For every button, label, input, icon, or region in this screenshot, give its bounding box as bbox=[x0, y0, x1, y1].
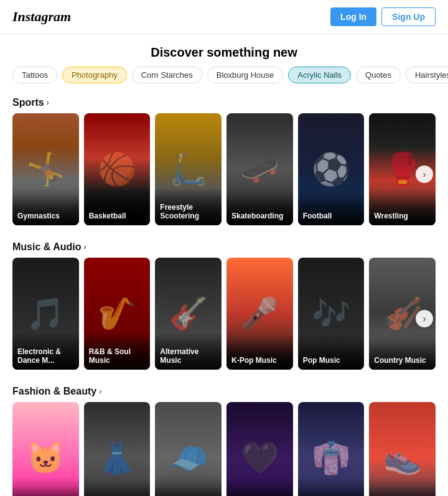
sports-grid-wrapper: 🤸 Gymnastics 🏀 Basketball 🛴 Freestyle Sc… bbox=[0, 113, 448, 235]
sports-scroll-right[interactable]: › bbox=[416, 166, 433, 183]
card-label-country: Country Music bbox=[369, 341, 436, 370]
tag-quotes[interactable]: Quotes bbox=[356, 67, 401, 83]
card-label-fashion-design: Fashion Design bbox=[298, 485, 365, 496]
card-label-gothic: Gothic Fashion bbox=[226, 485, 293, 496]
card-edm[interactable]: 🎵 Electronic & Dance M... bbox=[12, 258, 79, 370]
tag-corn-starches[interactable]: Corn Starches bbox=[132, 67, 202, 83]
signup-button[interactable]: Sign Up bbox=[381, 7, 436, 26]
card-label-sneakers: Sneakers bbox=[369, 485, 436, 496]
section-header-sports: Sports › bbox=[0, 91, 448, 113]
music-scroll-right[interactable]: › bbox=[416, 310, 433, 327]
card-gymnastics[interactable]: 🤸 Gymnastics bbox=[12, 113, 79, 225]
fashion-grid-wrapper: 🐱 Kawaii Style 👗 Casual Fashion 🧢 Street… bbox=[0, 402, 448, 496]
tag-acrylic-nails[interactable]: Acrylic Nails bbox=[288, 67, 351, 83]
card-label-pop: Pop Music bbox=[298, 341, 365, 370]
card-label-wrestling: Wrestling bbox=[369, 197, 436, 225]
card-label-kpop: K-Pop Music bbox=[226, 341, 293, 370]
card-basketball[interactable]: 🏀 Basketball bbox=[84, 113, 151, 225]
section-arrow-music[interactable]: › bbox=[84, 243, 86, 251]
tag-tattoos[interactable]: Tattoos bbox=[12, 67, 57, 83]
card-alternative[interactable]: 🎸 Alternative Music bbox=[155, 258, 222, 370]
section-label-music: Music & Audio bbox=[12, 241, 82, 253]
card-fashion-design[interactable]: 👘 Fashion Design bbox=[298, 402, 365, 496]
tag-photography[interactable]: Photography bbox=[62, 67, 127, 83]
tag-bloxburg-house[interactable]: Bloxburg House bbox=[207, 67, 284, 83]
card-label-kawaii: Kawaii Style bbox=[12, 485, 79, 496]
card-gothic[interactable]: 🖤 Gothic Fashion bbox=[226, 402, 293, 496]
card-kawaii[interactable]: 🐱 Kawaii Style bbox=[12, 402, 79, 496]
card-street[interactable]: 🧢 Street Fashion bbox=[155, 402, 222, 496]
card-label-basketball: Basketball bbox=[84, 197, 151, 225]
card-sneakers[interactable]: 👟 Sneakers bbox=[369, 402, 436, 496]
fashion-grid: 🐱 Kawaii Style 👗 Casual Fashion 🧢 Street… bbox=[0, 402, 448, 496]
tag-hairstyles[interactable]: Hairstyles bbox=[406, 67, 448, 83]
card-casual[interactable]: 👗 Casual Fashion bbox=[84, 402, 151, 496]
section-header-fashion: Fashion & Beauty › bbox=[0, 380, 448, 402]
card-skateboarding[interactable]: 🛹 Skateboarding bbox=[226, 113, 293, 225]
card-pop[interactable]: 🎶 Pop Music bbox=[298, 258, 365, 370]
card-label-gymnastics: Gymnastics bbox=[12, 197, 79, 225]
card-football[interactable]: ⚽ Football bbox=[298, 113, 365, 225]
card-label-alternative: Alternative Music bbox=[155, 332, 222, 370]
card-label-freestyle: Freestyle Scootering bbox=[155, 188, 222, 225]
music-grid: 🎵 Electronic & Dance M... 🎷 R&B & Soul M… bbox=[0, 258, 448, 380]
card-label-rnb: R&B & Soul Music bbox=[84, 332, 151, 370]
card-freestyle-scootering[interactable]: 🛴 Freestyle Scootering bbox=[155, 113, 222, 225]
section-header-music: Music & Audio › bbox=[0, 235, 448, 258]
section-arrow-fashion[interactable]: › bbox=[99, 387, 101, 396]
tags-bar: Tattoos Photography Corn Starches Bloxbu… bbox=[0, 66, 448, 91]
card-rnb[interactable]: 🎷 R&B & Soul Music bbox=[84, 258, 151, 370]
card-label-skateboarding: Skateboarding bbox=[226, 197, 293, 225]
section-arrow-sports[interactable]: › bbox=[47, 98, 49, 107]
logo: Instagram bbox=[12, 9, 71, 25]
card-label-edm: Electronic & Dance M... bbox=[12, 332, 79, 370]
card-label-football: Football bbox=[298, 197, 365, 225]
sports-grid: 🤸 Gymnastics 🏀 Basketball 🛴 Freestyle Sc… bbox=[0, 113, 448, 235]
discover-title: Discover something new bbox=[0, 34, 448, 66]
music-grid-wrapper: 🎵 Electronic & Dance M... 🎷 R&B & Soul M… bbox=[0, 258, 448, 380]
section-label-fashion: Fashion & Beauty bbox=[12, 386, 96, 397]
card-kpop[interactable]: 🎤 K-Pop Music bbox=[226, 258, 293, 370]
header: Instagram Log In Sign Up bbox=[0, 0, 448, 34]
section-label-sports: Sports bbox=[12, 97, 44, 108]
card-label-casual: Casual Fashion bbox=[84, 485, 151, 496]
login-button[interactable]: Log In bbox=[330, 7, 376, 26]
card-label-street: Street Fashion bbox=[155, 485, 222, 496]
header-buttons: Log In Sign Up bbox=[330, 7, 436, 26]
